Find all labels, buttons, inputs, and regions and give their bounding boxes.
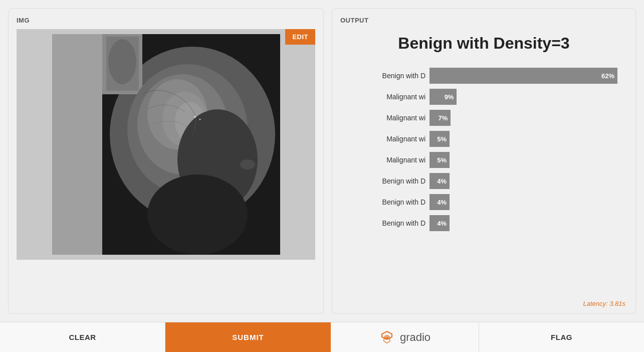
- clear-button[interactable]: CLEAR: [0, 322, 165, 352]
- gradio-logo-icon: [379, 329, 395, 345]
- bar-label: Malignant wi: [350, 135, 425, 143]
- result-heading: Benign with Density=3: [340, 34, 627, 53]
- bar-label: Benign with D: [350, 72, 425, 80]
- flag-button[interactable]: FLAG: [479, 322, 644, 352]
- bar-fill: 62%: [430, 68, 617, 84]
- bar-row: Malignant wi9%: [350, 89, 617, 105]
- bar-row: Malignant wi5%: [350, 131, 617, 147]
- svg-point-11: [147, 174, 248, 255]
- svg-rect-1: [52, 34, 102, 255]
- bar-track: 4%: [430, 215, 617, 231]
- bar-pct-label: 4%: [437, 178, 447, 185]
- bar-pct-label: 4%: [437, 199, 447, 206]
- bar-pct-label: 9%: [445, 93, 454, 101]
- bar-row: Benign with D62%: [350, 68, 617, 84]
- input-panel: IMG: [8, 8, 324, 314]
- bar-chart: Benign with D62%Malignant wi9%Malignant …: [340, 68, 627, 231]
- bar-row: Benign with D4%: [350, 194, 617, 210]
- bar-row: Benign with D4%: [350, 215, 617, 231]
- bar-fill: 4%: [430, 194, 450, 210]
- bar-row: Malignant wi5%: [350, 152, 617, 168]
- mammogram-image: [52, 34, 280, 255]
- gradio-logo: gradio: [331, 329, 479, 345]
- bar-label: Malignant wi: [350, 93, 425, 101]
- bar-row: Benign with D4%: [350, 173, 617, 189]
- bar-fill: 5%: [430, 152, 450, 168]
- edit-button[interactable]: EDIT: [285, 29, 315, 45]
- bar-track: 5%: [430, 152, 617, 168]
- bar-track: 4%: [430, 194, 617, 210]
- submit-button[interactable]: SUBMIT: [165, 322, 331, 352]
- bar-pct-label: 5%: [437, 135, 447, 143]
- bar-track: 7%: [430, 110, 617, 126]
- latency-text: Latency: 3.81s: [583, 300, 625, 307]
- footer: CLEAR SUBMIT gradio FLAG: [0, 322, 644, 352]
- bar-pct-label: 7%: [439, 114, 448, 122]
- bar-track: 62%: [430, 68, 617, 84]
- bar-row: Malignant wi7%: [350, 110, 617, 126]
- bar-pct-label: 5%: [437, 156, 447, 164]
- bar-track: 4%: [430, 173, 617, 189]
- gradio-logo-text: gradio: [400, 331, 431, 344]
- image-container: EDIT: [17, 29, 315, 260]
- bar-label: Benign with D: [350, 198, 425, 206]
- bar-label: Benign with D: [350, 177, 425, 185]
- bar-fill: 4%: [430, 215, 450, 231]
- input-panel-label: IMG: [17, 17, 315, 24]
- bar-label: Malignant wi: [350, 114, 425, 122]
- svg-point-13: [194, 116, 196, 118]
- svg-point-12: [240, 159, 255, 169]
- bar-fill: 4%: [430, 173, 450, 189]
- output-panel: OUTPUT Benign with Density=3 Benign with…: [332, 8, 636, 314]
- svg-point-14: [199, 119, 200, 120]
- output-panel-label: OUTPUT: [340, 17, 627, 24]
- bar-fill: 5%: [430, 131, 450, 147]
- bar-fill: 9%: [430, 89, 457, 105]
- bar-label: Malignant wi: [350, 156, 425, 164]
- bar-label: Benign with D: [350, 219, 425, 227]
- bar-pct-label: 62%: [601, 72, 614, 80]
- svg-point-16: [108, 39, 136, 84]
- bar-pct-label: 4%: [437, 220, 447, 227]
- bar-track: 5%: [430, 131, 617, 147]
- bar-fill: 7%: [430, 110, 451, 126]
- bar-track: 9%: [430, 89, 617, 105]
